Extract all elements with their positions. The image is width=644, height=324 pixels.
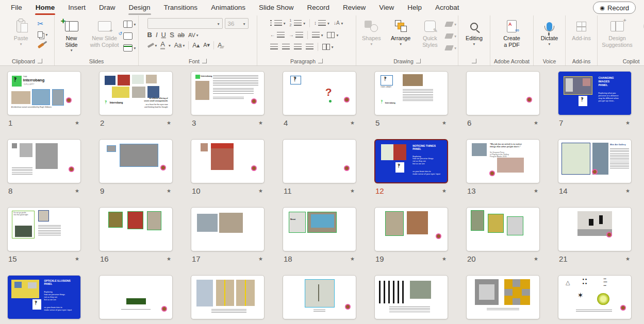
record-button[interactable]: ◉ Record bbox=[593, 2, 636, 14]
slide-thumbnail-4[interactable]: ‽? bbox=[283, 71, 356, 115]
chevron-down-icon: ▾ bbox=[196, 33, 199, 38]
slide-thumbnail-13[interactable]: “My job [as an artist] is to notice thin… bbox=[466, 139, 540, 183]
slide-thumbnail-7[interactable]: ‽CHANGING IMAGES PANELExploring what you… bbox=[558, 71, 632, 115]
italic-button[interactable]: I bbox=[156, 31, 158, 39]
columns-button[interactable]: ▾ bbox=[327, 30, 338, 40]
slide-layout-button[interactable]: ▾ bbox=[123, 20, 136, 29]
dictate-button[interactable]: Dictate ▾ bbox=[535, 17, 564, 47]
text-shadow-button[interactable]: S bbox=[170, 31, 174, 39]
shape-effects-button[interactable]: ▾ bbox=[445, 43, 456, 53]
clear-formatting-button[interactable]: A bbox=[218, 41, 222, 49]
tab-animations[interactable]: Animations bbox=[204, 0, 252, 15]
bold-button[interactable]: B bbox=[147, 31, 152, 39]
slide-thumbnail-14[interactable]: Mini Art Gallery bbox=[558, 139, 632, 183]
shape-fill-button[interactable]: ▾ bbox=[445, 20, 456, 29]
slide-grid: ‽THEInterrobangGALLERYA slideshow varian… bbox=[0, 66, 644, 324]
slide-thumbnail-1[interactable]: ‽THEInterrobangGALLERYA slideshow varian… bbox=[7, 71, 81, 115]
change-case-button[interactable]: Aa▾ bbox=[174, 42, 185, 49]
editing-button[interactable]: Editing ▾ bbox=[460, 17, 488, 47]
tab-draw[interactable]: Draw bbox=[92, 0, 122, 15]
slide-thumbnail-23[interactable] bbox=[99, 275, 173, 319]
slide-thumbnail-6[interactable] bbox=[466, 71, 540, 115]
line-spacing-button[interactable]: ↕▾ bbox=[314, 19, 329, 28]
new-slide-with-copilot-button[interactable]: ✦ New Slide with Copilot bbox=[88, 17, 121, 48]
character-spacing-button[interactable]: AV▾ bbox=[188, 32, 199, 38]
align-text-button[interactable]: ▾ bbox=[312, 30, 323, 40]
font-color-button[interactable]: A bbox=[160, 41, 165, 49]
tab-transitions[interactable]: Transitions bbox=[157, 0, 205, 15]
align-center-button[interactable] bbox=[282, 42, 290, 52]
tab-review[interactable]: Review bbox=[336, 0, 372, 15]
copy-icon bbox=[38, 31, 43, 38]
slide-thumbnail-11[interactable] bbox=[283, 139, 356, 183]
slide-thumbnail-22[interactable]: ‽OPTICKLE ILLUSIONS PANELExploring how w… bbox=[7, 275, 81, 319]
slide-thumbnail-15[interactable]: Do not go gentle into that good night bbox=[7, 207, 81, 251]
tab-record[interactable]: Record bbox=[300, 0, 336, 15]
underline-button[interactable]: U bbox=[161, 31, 166, 39]
slide-thumbnail-21[interactable] bbox=[558, 207, 632, 251]
slide-thumbnail-24[interactable] bbox=[191, 275, 265, 319]
tab-file[interactable]: File bbox=[4, 0, 29, 15]
tab-acrobat[interactable]: Acrobat bbox=[428, 0, 466, 15]
reset-slide-button[interactable] bbox=[123, 31, 136, 41]
numbering-button[interactable]: 12▾ bbox=[289, 19, 305, 28]
font-size-combobox[interactable]: 36▾ bbox=[225, 18, 249, 29]
shape-outline-button[interactable]: ▾ bbox=[445, 31, 456, 41]
align-right-button[interactable] bbox=[294, 42, 302, 52]
slide-thumbnail-2[interactable]: ‽Interrobangan offbeat offering of seven… bbox=[99, 71, 173, 115]
tab-view[interactable]: View bbox=[372, 0, 401, 15]
increase-indent-button[interactable]: → bbox=[289, 30, 303, 40]
slide-thumbnail-8[interactable] bbox=[7, 139, 81, 183]
font-dialog-launcher[interactable] bbox=[202, 59, 207, 63]
addins-button[interactable]: Add-ins bbox=[567, 17, 596, 42]
convert-to-smartart-button[interactable]: ▾ bbox=[322, 42, 334, 52]
cut-button[interactable]: ✂ bbox=[38, 20, 48, 28]
strikethrough-button[interactable]: ab bbox=[178, 31, 185, 39]
slide-thumbnail-18[interactable]: Newt bbox=[283, 207, 356, 251]
slide-thumbnail-16[interactable] bbox=[99, 207, 173, 251]
tab-slide-show[interactable]: Slide Show bbox=[252, 0, 301, 15]
tab-home[interactable]: Home bbox=[29, 0, 62, 15]
slide-thumbnail-25[interactable] bbox=[283, 275, 356, 319]
slide-thumbnail-20[interactable] bbox=[466, 207, 540, 251]
paste-button[interactable]: Paste ▾ bbox=[7, 17, 36, 47]
design-suggestions-button[interactable]: Design Suggestions bbox=[600, 17, 634, 48]
create-pdf-button[interactable]: A∞ Create a PDF bbox=[498, 17, 526, 48]
new-slide-button[interactable]: + New Slide ▾ bbox=[57, 17, 86, 53]
decrease-font-size-button[interactable]: A▾ bbox=[203, 42, 210, 48]
slide-thumbnail-10[interactable] bbox=[191, 139, 265, 183]
copy-button[interactable]: ▾ bbox=[38, 30, 48, 39]
slide-cell: ‽NOTICING THINGS PANELExploring how we p… bbox=[374, 139, 448, 197]
section-button[interactable]: ▾ bbox=[123, 43, 136, 53]
slide-thumbnail-27[interactable] bbox=[466, 275, 540, 319]
tab-insert[interactable]: Insert bbox=[61, 0, 92, 15]
slide-thumbnail-17[interactable] bbox=[191, 207, 265, 251]
text-direction-button[interactable]: ↓A▾ bbox=[334, 19, 343, 28]
format-painter-button[interactable] bbox=[38, 41, 48, 49]
justify-button[interactable] bbox=[306, 42, 313, 52]
slide-thumbnail-19[interactable] bbox=[374, 207, 448, 251]
shapes-button[interactable]: Shapes ▾ bbox=[358, 17, 385, 47]
arrange-button[interactable]: Arrange ▾ bbox=[387, 17, 415, 47]
slide-thumbnail-28[interactable]: △● ● ● ●••• •••• •••✶ bbox=[558, 275, 632, 319]
slide-thumbnail-9[interactable] bbox=[99, 139, 173, 183]
copilot-button[interactable]: Cop bbox=[636, 17, 644, 42]
slide-number: 15 bbox=[8, 254, 17, 263]
slide-thumbnail-5[interactable]: ‽STATE LIBRARY‽Interrobang bbox=[374, 71, 448, 115]
tab-help[interactable]: Help bbox=[401, 0, 428, 15]
increase-font-size-button[interactable]: A▴ bbox=[192, 42, 200, 49]
quick-styles-button[interactable]: Quick Styles bbox=[417, 17, 444, 48]
editing-dialog-launcher[interactable] bbox=[472, 59, 476, 63]
highlight-color-button[interactable]: ▾ bbox=[147, 43, 157, 48]
decrease-indent-button[interactable]: ← bbox=[270, 30, 285, 40]
clipboard-dialog-launcher[interactable] bbox=[38, 59, 42, 63]
align-left-button[interactable] bbox=[270, 42, 278, 52]
tab-design[interactable]: Design bbox=[122, 0, 157, 15]
drawing-dialog-launcher[interactable] bbox=[416, 59, 421, 63]
font-name-combobox[interactable]: ▾ bbox=[147, 18, 223, 29]
paragraph-dialog-launcher[interactable] bbox=[318, 59, 323, 63]
slide-thumbnail-26[interactable] bbox=[374, 275, 448, 319]
slide-thumbnail-3[interactable]: Interrobang bbox=[191, 71, 265, 115]
bullets-button[interactable]: ▾ bbox=[270, 19, 286, 28]
slide-thumbnail-12[interactable]: ‽NOTICING THINGS PANELExploring how we p… bbox=[374, 139, 448, 183]
